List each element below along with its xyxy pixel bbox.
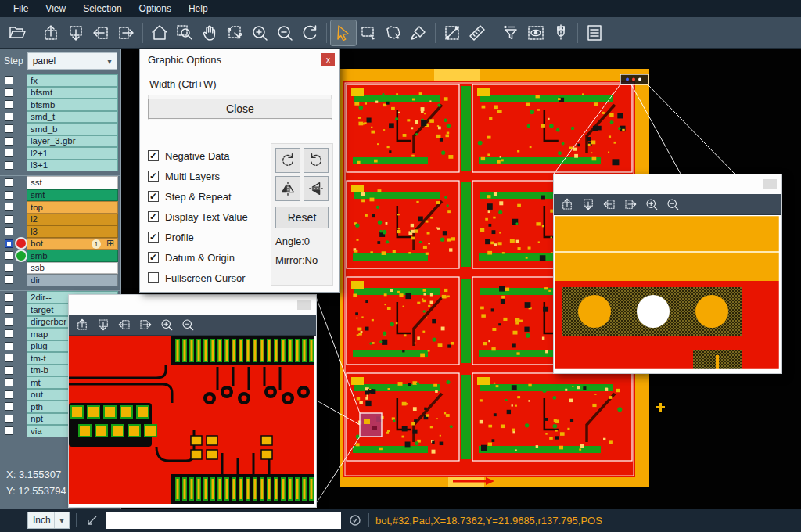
zoom-out-icon[interactable]: [178, 315, 197, 334]
option-datum-origin[interactable]: ✓Datum & Origin: [148, 247, 271, 268]
option-fullscreen-cursor[interactable]: Fullscreen Cursor: [148, 268, 271, 288]
layer-label[interactable]: l3: [27, 225, 118, 238]
layer-checkbox[interactable]: [5, 191, 13, 200]
pan-down-icon[interactable]: [579, 195, 598, 214]
magnifier-titlebar[interactable]: [69, 295, 316, 315]
layer-label[interactable]: fx: [27, 74, 118, 87]
layer-checkbox[interactable]: [5, 354, 13, 362]
layer-row-smd_b[interactable]: smd_b: [0, 123, 120, 135]
pan-left-icon[interactable]: [88, 20, 113, 45]
layer-checkbox[interactable]: [5, 203, 13, 211]
layer-label[interactable]: sst: [27, 176, 118, 189]
layer-row-l2+1[interactable]: l2+1: [0, 147, 120, 160]
log-panel-icon[interactable]: [582, 20, 607, 45]
layer-label[interactable]: layer_3.gbr: [27, 135, 118, 148]
layer-checkbox[interactable]: [5, 415, 13, 423]
zoom-in-icon[interactable]: [642, 195, 661, 214]
close-icon[interactable]: x: [321, 53, 335, 66]
pan-down-icon[interactable]: [94, 315, 113, 334]
layer-label[interactable]: smt: [27, 189, 118, 202]
menu-item-view[interactable]: View: [38, 2, 73, 16]
rotate-ccw-icon[interactable]: [304, 148, 329, 173]
layer-checkbox[interactable]: [5, 378, 13, 386]
zoom-window-icon[interactable]: [172, 20, 197, 45]
layer-checkbox[interactable]: [5, 329, 13, 338]
pan-up-icon[interactable]: [38, 20, 63, 45]
layer-checkbox[interactable]: [5, 239, 13, 248]
command-input[interactable]: [106, 512, 341, 529]
layer-checkbox[interactable]: [5, 124, 13, 133]
close-button[interactable]: Close: [148, 99, 332, 119]
rect-select-icon[interactable]: [356, 20, 381, 45]
layer-row-smd_t[interactable]: smd_t: [0, 111, 120, 124]
layer-label[interactable]: l2+1: [27, 147, 118, 160]
flip-vertical-icon[interactable]: [304, 176, 329, 201]
select-arrow-icon[interactable]: [331, 20, 356, 45]
layer-label[interactable]: dir: [27, 274, 118, 286]
flip-horizontal-icon[interactable]: [275, 176, 300, 201]
layer-row-top[interactable]: top: [0, 201, 120, 214]
layer-label[interactable]: smd_t: [27, 111, 118, 124]
layer-checkbox[interactable]: [5, 390, 13, 399]
layer-row-bot[interactable]: bot1⊞: [0, 238, 120, 250]
pan-hand-icon[interactable]: [197, 20, 222, 45]
menu-item-file[interactable]: File: [6, 2, 35, 16]
layer-label[interactable]: l2: [27, 214, 118, 226]
magnified-traces-view[interactable]: [69, 336, 314, 504]
layer-checkbox[interactable]: [5, 178, 13, 187]
layer-checkbox[interactable]: [5, 137, 13, 146]
layer-row-l3[interactable]: l3: [0, 225, 120, 238]
layer-row-ssb[interactable]: ssb: [0, 262, 120, 275]
measure-line-icon[interactable]: [440, 20, 465, 45]
layer-checkbox[interactable]: [5, 100, 13, 109]
popup-menu-button[interactable]: [763, 179, 777, 189]
layer-checkbox[interactable]: [5, 251, 13, 260]
layer-checkbox[interactable]: [5, 76, 13, 84]
zoom-in-icon[interactable]: [157, 315, 176, 334]
popup-menu-button[interactable]: [297, 300, 311, 310]
move-vertex-icon[interactable]: [222, 20, 247, 45]
layer-row-sst[interactable]: sst: [0, 175, 120, 189]
magnifier-window-bottom-left[interactable]: [68, 294, 317, 508]
layer-row-fx[interactable]: fx: [0, 74, 120, 87]
layer-checkbox[interactable]: [5, 227, 13, 235]
layer-checkbox[interactable]: [5, 366, 13, 375]
menu-item-help[interactable]: Help: [181, 2, 215, 16]
option-negative-data[interactable]: ✓Negative Data: [148, 146, 271, 166]
layer-label[interactable]: ssb: [27, 262, 118, 275]
layer-checkbox[interactable]: [5, 342, 13, 350]
layer-row-dir[interactable]: dir: [0, 274, 120, 286]
layer-checkbox[interactable]: [5, 215, 13, 224]
checkbox[interactable]: ✓: [148, 252, 159, 263]
checkbox[interactable]: ✓: [148, 150, 159, 161]
layer-checkbox[interactable]: [5, 426, 13, 435]
checkbox[interactable]: ✓: [148, 232, 159, 243]
filter-icon[interactable]: [498, 20, 523, 45]
zoom-out-icon[interactable]: [272, 20, 297, 45]
layer-label[interactable]: bot1⊞: [27, 238, 118, 250]
layer-row-layer_3.gbr[interactable]: layer_3.gbr: [0, 135, 120, 148]
layer-label[interactable]: top: [27, 201, 118, 214]
layer-checkbox[interactable]: [5, 305, 13, 314]
step-select[interactable]: panel ▾: [27, 52, 117, 70]
pan-right-icon[interactable]: [113, 20, 138, 45]
layer-checkbox[interactable]: [5, 275, 13, 284]
option-step-repeat[interactable]: ✓Step & Repeat: [148, 186, 271, 207]
pan-left-icon[interactable]: [115, 315, 134, 334]
layer-checkbox[interactable]: [5, 113, 13, 121]
brush-icon[interactable]: [406, 20, 431, 45]
zoom-previous-icon[interactable]: [297, 20, 322, 45]
view-eye-icon[interactable]: [523, 20, 548, 45]
polygon-select-icon[interactable]: [381, 20, 406, 45]
layer-checkbox[interactable]: [5, 293, 13, 302]
home-view-icon[interactable]: [147, 20, 172, 45]
magnifier-window-top-right[interactable]: [553, 174, 782, 374]
magnifier-titlebar[interactable]: [554, 174, 781, 194]
dialog-titlebar[interactable]: Graphic Options x: [140, 49, 339, 70]
layer-row-bfsmb[interactable]: bfsmb: [0, 99, 120, 111]
layer-row-l2[interactable]: l2: [0, 214, 120, 226]
pan-right-icon[interactable]: [621, 195, 640, 214]
pan-up-icon[interactable]: [73, 315, 92, 334]
option-display-text-value[interactable]: ✓Display Text Value: [148, 207, 271, 227]
ruler-icon[interactable]: [465, 20, 490, 45]
